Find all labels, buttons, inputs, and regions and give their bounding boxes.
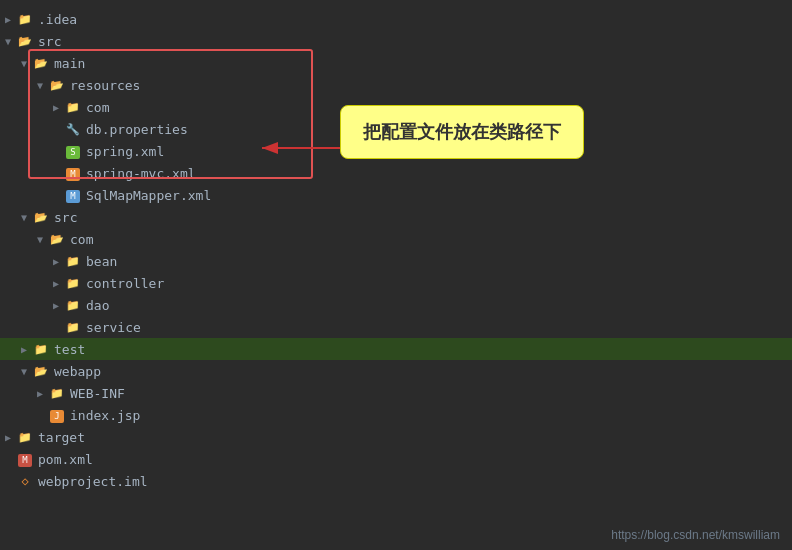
tree-item-pom-xml[interactable]: pom.xml: [0, 448, 792, 470]
tree-item-label: com: [70, 232, 93, 247]
tree-item-bean[interactable]: bean: [0, 250, 792, 272]
folder-icon: [48, 386, 66, 400]
tree-item-controller[interactable]: controller: [0, 272, 792, 294]
tree-item-webinf[interactable]: WEB-INF: [0, 382, 792, 404]
tree-arrow: [16, 212, 32, 223]
xml-mvc-icon: [64, 166, 82, 180]
tree-item-label: src: [38, 34, 61, 49]
tree-item-webapp[interactable]: webapp: [0, 360, 792, 382]
tree-item-dao[interactable]: dao: [0, 294, 792, 316]
tree-item-label: spring-mvc.xml: [86, 166, 196, 181]
tree-item-label: webproject.iml: [38, 474, 148, 489]
xml-spring-icon: [64, 144, 82, 158]
folder-open-icon: [32, 364, 50, 378]
iml-icon: [16, 474, 34, 488]
file-tree: .ideasrcmainresourcescomdb.propertiesspr…: [0, 0, 792, 500]
tree-item-label: spring.xml: [86, 144, 164, 159]
tree-item-idea[interactable]: .idea: [0, 8, 792, 30]
xml-pom-icon: [16, 452, 34, 466]
tree-item-label: .idea: [38, 12, 77, 27]
tree-item-spring-mvc-xml[interactable]: spring-mvc.xml: [0, 162, 792, 184]
tree-arrow: [0, 432, 16, 443]
tree-item-service[interactable]: service: [0, 316, 792, 338]
tree-item-target[interactable]: target: [0, 426, 792, 448]
folder-icon: [32, 342, 50, 356]
tree-item-label: WEB-INF: [70, 386, 125, 401]
tree-item-label: target: [38, 430, 85, 445]
tree-arrow: [0, 36, 16, 47]
tree-arrow: [48, 278, 64, 289]
tree-item-webproject-iml[interactable]: webproject.iml: [0, 470, 792, 492]
tree-arrow: [32, 388, 48, 399]
folder-icon: [64, 320, 82, 334]
tree-arrow: [16, 344, 32, 355]
folder-icon: [64, 298, 82, 312]
tree-arrow: [48, 256, 64, 267]
tree-item-test[interactable]: test: [0, 338, 792, 360]
tree-item-label: dao: [86, 298, 109, 313]
tree-item-label: main: [54, 56, 85, 71]
xml-mapper-icon: [64, 188, 82, 202]
tree-item-label: src: [54, 210, 77, 225]
tree-arrow: [32, 234, 48, 245]
tree-item-src[interactable]: src: [0, 30, 792, 52]
folder-icon: [64, 100, 82, 114]
tree-arrow: [0, 14, 16, 25]
tree-item-label: SqlMapMapper.xml: [86, 188, 211, 203]
tree-item-label: pom.xml: [38, 452, 93, 467]
tree-item-label: bean: [86, 254, 117, 269]
callout-text: 把配置文件放在类路径下: [363, 121, 561, 142]
tree-item-label: index.jsp: [70, 408, 140, 423]
tree-arrow: [32, 80, 48, 91]
folder-icon: [16, 12, 34, 26]
tree-item-label: controller: [86, 276, 164, 291]
folder-open-icon: [48, 78, 66, 92]
tree-item-label: resources: [70, 78, 140, 93]
tree-item-main[interactable]: main: [0, 52, 792, 74]
tree-arrow: [48, 300, 64, 311]
properties-icon: [64, 122, 82, 136]
tree-arrow: [16, 366, 32, 377]
folder-open-icon: [32, 56, 50, 70]
folder-open-icon: [16, 34, 34, 48]
folder-icon: [64, 276, 82, 290]
tree-item-com2[interactable]: com: [0, 228, 792, 250]
folder-open-icon: [48, 232, 66, 246]
tree-item-label: test: [54, 342, 85, 357]
watermark: https://blog.csdn.net/kmswilliam: [611, 528, 780, 542]
jsp-icon: [48, 408, 66, 422]
tree-arrow: [16, 58, 32, 69]
tree-item-label: webapp: [54, 364, 101, 379]
folder-icon: [64, 254, 82, 268]
folder-open-icon: [32, 210, 50, 224]
tree-item-label: db.properties: [86, 122, 188, 137]
folder-icon: [16, 430, 34, 444]
tree-item-sqlmap-xml[interactable]: SqlMapMapper.xml: [0, 184, 792, 206]
tree-item-label: service: [86, 320, 141, 335]
tree-item-label: com: [86, 100, 109, 115]
tree-item-resources[interactable]: resources: [0, 74, 792, 96]
tree-item-index-jsp[interactable]: index.jsp: [0, 404, 792, 426]
tree-item-src2[interactable]: src: [0, 206, 792, 228]
callout-box: 把配置文件放在类路径下: [340, 105, 584, 159]
tree-arrow: [48, 102, 64, 113]
